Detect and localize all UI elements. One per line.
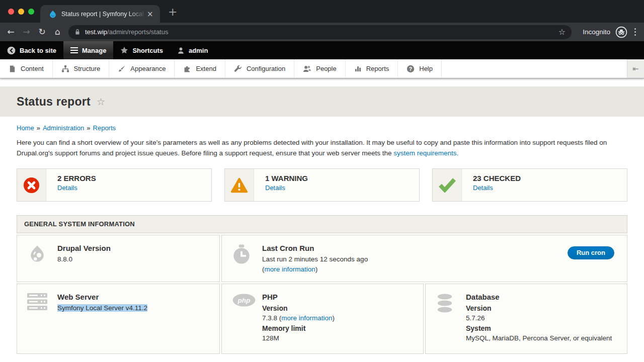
window-controls <box>8 9 34 15</box>
system-requirements-link[interactable]: system requirements. <box>393 149 458 157</box>
manage-tab[interactable]: Manage <box>63 41 113 59</box>
forward-icon[interactable]: → <box>19 23 34 41</box>
menu-item-appearance[interactable]: Appearance <box>109 59 175 78</box>
breadcrumb-separator: » <box>37 124 40 132</box>
cron-more-information-link[interactable]: more information <box>265 265 315 273</box>
bar-chart-icon <box>354 65 362 72</box>
tab-close-icon[interactable]: × <box>147 10 153 19</box>
menu-item-structure[interactable]: Structure <box>53 59 110 78</box>
errors-details-link[interactable]: Details <box>57 184 77 192</box>
window-minimize-button[interactable] <box>18 9 24 15</box>
page-title: Status report <box>17 95 91 109</box>
shortcuts-tab[interactable]: Shortcuts <box>113 41 170 59</box>
manage-label: Manage <box>82 47 106 54</box>
admin-user-tab[interactable]: admin <box>170 41 215 59</box>
database-system-label: System <box>466 323 612 333</box>
page-title-band: Status report ☆ <box>0 86 644 117</box>
drupal-menu-bar: Content Structure Appearance Extend <box>0 59 644 78</box>
help-icon: ? <box>407 65 415 73</box>
menu-item-label: Structure <box>74 65 101 72</box>
drupal-version-title: Drupal Version <box>57 244 111 252</box>
clock-icon <box>232 244 262 273</box>
menu-item-label: Help <box>419 65 433 72</box>
puzzle-icon <box>183 65 191 73</box>
url-path: /admin/reports/status <box>107 28 168 36</box>
general-system-information-section: GENERAL SYSTEM INFORMATION Drupal Versio… <box>17 215 627 354</box>
svg-text:php: php <box>237 297 251 304</box>
menu-item-label: People <box>316 65 336 72</box>
checked-details-link[interactable]: Details <box>473 184 493 192</box>
sitemap-icon <box>61 65 69 73</box>
breadcrumb-home-link[interactable]: Home <box>17 124 34 132</box>
errors-count: 2 ERRORS <box>57 174 96 183</box>
toolbar-collapse-button[interactable]: ⇤ <box>627 59 644 78</box>
back-circle-icon <box>7 46 16 55</box>
drupal-version-value: 8.8.0 <box>57 254 111 264</box>
reload-icon[interactable]: ↻ <box>34 23 50 41</box>
browser-tab-strip: Status report | Symfony Local Se × + <box>0 0 644 23</box>
breadcrumb-administration-link[interactable]: Administration <box>43 124 84 132</box>
php-version-value: 7.3.8 <box>262 314 277 322</box>
database-title: Database <box>466 293 612 301</box>
php-memory-value: 128M <box>262 333 335 343</box>
window-close-button[interactable] <box>8 9 14 15</box>
last-cron-run-cell: Last Cron Run Last run 2 minutes 12 seco… <box>221 235 627 282</box>
lock-icon[interactable] <box>74 29 80 35</box>
hamburger-icon <box>70 47 78 54</box>
menu-item-reports[interactable]: Reports <box>346 59 398 78</box>
incognito-icon <box>615 26 627 38</box>
menu-item-content[interactable]: Content <box>0 59 53 78</box>
bookmark-star-icon[interactable]: ☆ <box>558 27 566 37</box>
browser-toolbar: ← → ↻ ⌂ test.wip /admin/reports/status ☆… <box>0 23 644 41</box>
shortcuts-star-icon <box>120 46 128 54</box>
favorite-star-icon[interactable]: ☆ <box>97 96 105 107</box>
window-zoom-button[interactable] <box>28 9 34 15</box>
run-cron-button[interactable]: Run cron <box>568 246 614 259</box>
server-icon <box>27 293 57 345</box>
menu-item-label: Extend <box>196 65 216 72</box>
warnings-card: 1 WARNING Details <box>224 168 420 202</box>
web-server-title: Web Server <box>57 293 147 301</box>
screen: Status report | Symfony Local Se × + ← →… <box>0 0 644 362</box>
warnings-details-link[interactable]: Details <box>265 184 285 192</box>
new-tab-button[interactable]: + <box>168 6 177 18</box>
back-icon[interactable]: ← <box>3 23 19 41</box>
menu-item-configuration[interactable]: Configuration <box>225 59 294 78</box>
status-cards: 2 ERRORS Details 1 WARNING Details <box>17 168 627 202</box>
paintbrush-icon <box>118 65 126 73</box>
admin-user-label: admin <box>189 47 208 54</box>
drupal-admin-toolbar: Back to site Manage Shortcuts admin <box>0 41 644 59</box>
database-system-value: MySQL, MariaDB, Percona Server, or equiv… <box>466 333 612 343</box>
home-icon[interactable]: ⌂ <box>50 23 65 41</box>
check-icon <box>433 169 462 201</box>
menu-item-people[interactable]: People <box>294 59 345 78</box>
drupal-favicon-icon <box>49 10 57 18</box>
paren: ) <box>333 314 335 322</box>
svg-text:?: ? <box>409 65 412 71</box>
breadcrumb-reports-link[interactable]: Reports <box>93 124 116 132</box>
people-icon <box>303 65 311 72</box>
checked-count: 23 CHECKED <box>473 174 521 183</box>
menu-item-extend[interactable]: Extend <box>175 59 225 78</box>
drupal-version-cell: Drupal Version 8.8.0 <box>17 235 220 282</box>
wrench-icon <box>234 65 242 73</box>
section-heading: GENERAL SYSTEM INFORMATION <box>17 215 627 233</box>
menu-item-help[interactable]: ? Help <box>398 59 442 78</box>
web-server-value: Symfony Local Server v4.11.2 <box>57 304 147 312</box>
back-to-site-label: Back to site <box>20 47 56 54</box>
intro-text: Here you can find a short overview of yo… <box>17 139 607 157</box>
browser-menu-icon[interactable] <box>634 28 636 36</box>
database-version-label: Version <box>466 303 612 313</box>
php-more-information-link[interactable]: more information <box>281 314 332 322</box>
browser-tab[interactable]: Status report | Symfony Local Se × <box>40 5 160 23</box>
last-cron-run-title: Last Cron Run <box>262 244 368 252</box>
address-bar[interactable]: test.wip /admin/reports/status ☆ <box>68 25 572 39</box>
warning-icon <box>225 169 254 201</box>
tab-title: Status report | Symfony Local Se <box>61 11 146 18</box>
system-info-row-1: Drupal Version 8.8.0 Last Cron Run <box>17 235 627 282</box>
database-cell: Database Version 5.7.26 System MySQL, Ma… <box>425 284 627 354</box>
php-logo-icon: php <box>232 293 262 345</box>
back-to-site-button[interactable]: Back to site <box>0 41 63 59</box>
php-memory-label: Memory limit <box>262 323 335 333</box>
system-info-row-2: Web Server Symfony Local Server v4.11.2 … <box>17 284 627 354</box>
